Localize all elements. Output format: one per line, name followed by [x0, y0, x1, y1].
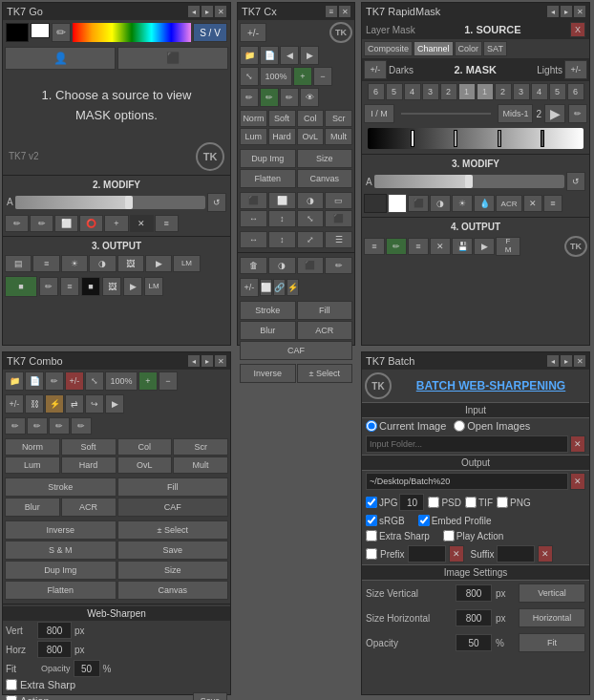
rm-num-6r[interactable]: 6	[567, 83, 584, 100]
out-image[interactable]: 🖼	[102, 277, 121, 296]
png-check[interactable]	[497, 497, 508, 508]
rm-num-4r[interactable]: 4	[531, 83, 548, 100]
combo-vert-input[interactable]	[37, 622, 72, 639]
out-photo[interactable]: 🖼	[117, 255, 144, 272]
cx-brush1[interactable]: ✏	[240, 88, 259, 107]
cx-pm[interactable]: +/-	[240, 278, 259, 297]
batch-input-folder[interactable]	[366, 435, 568, 453]
combo-plus-select[interactable]: ± Select	[117, 520, 229, 540]
rm-num-5l[interactable]: 5	[386, 83, 403, 100]
cx-plus[interactable]: +	[293, 67, 312, 86]
rm-mids-arrow[interactable]: ▶	[544, 104, 565, 123]
combo-flatten[interactable]: Flatten	[5, 581, 117, 600]
rm-out3[interactable]: ≡	[408, 238, 429, 255]
cx-icon1[interactable]: ⬛	[240, 192, 267, 209]
embed-profile-check[interactable]	[418, 515, 430, 526]
tif-check[interactable]	[465, 497, 477, 508]
cx-icon2[interactable]: ⬜	[268, 192, 296, 209]
combo-scr[interactable]: Scr	[173, 438, 228, 456]
cx-icon12[interactable]: ☰	[325, 231, 352, 248]
cx-stroke[interactable]: Stroke	[240, 301, 296, 320]
rm-num-2r[interactable]: 2	[495, 83, 512, 100]
cx-minus[interactable]: −	[313, 67, 332, 86]
modify-reset-btn[interactable]: ↺	[207, 193, 226, 212]
combo-swap[interactable]: ⇄	[65, 394, 84, 414]
psd-check[interactable]	[428, 497, 439, 508]
cx-norm[interactable]: Norm	[240, 110, 267, 127]
cx-blur[interactable]: Blur	[240, 321, 296, 340]
cx-expand[interactable]: ⤡	[240, 67, 259, 86]
batch-horizontal-btn[interactable]: Horizontal	[519, 608, 585, 627]
panel-batch-close[interactable]: ✕	[574, 355, 585, 367]
cx-icon5[interactable]: ↔	[240, 210, 267, 227]
rm-tool3[interactable]: ☀	[452, 195, 473, 212]
combo-arrow[interactable]: ▶	[105, 394, 124, 414]
rm-plus-minus2[interactable]: +/-	[564, 60, 587, 79]
combo-lum[interactable]: Lum	[5, 456, 60, 474]
panel-rapid-close[interactable]: ✕	[574, 6, 585, 17]
rm-out1[interactable]: ≡	[364, 238, 385, 255]
out-levels[interactable]: ▤	[5, 255, 32, 272]
rm-x-btn[interactable]: X	[570, 22, 585, 37]
rm-out-arrow[interactable]: ▶	[474, 238, 495, 255]
cx-icon3[interactable]: ◑	[297, 192, 325, 209]
out-sun[interactable]: ☀	[61, 255, 88, 272]
rm-fm-btn[interactable]: FM	[496, 237, 520, 256]
tool-expand[interactable]: +	[104, 215, 128, 232]
batch-output-folder[interactable]	[366, 473, 568, 490]
cx-icon8[interactable]: ⬛	[325, 210, 352, 227]
combo-chain[interactable]: ⛓	[25, 394, 44, 414]
cx-link[interactable]: 🔗	[273, 279, 286, 296]
rm-num-6l[interactable]: 6	[368, 83, 385, 100]
combo-percent[interactable]: 100%	[105, 371, 138, 391]
cx-caf[interactable]: CAF	[240, 341, 352, 360]
cx-ovl[interactable]: OvL	[297, 128, 325, 145]
srgb-check[interactable]	[366, 515, 377, 526]
out-lm[interactable]: LM	[173, 255, 200, 272]
combo-action-check[interactable]	[6, 695, 17, 700]
combo-redo[interactable]: ↪	[85, 394, 104, 414]
jpg-value[interactable]	[399, 494, 424, 511]
cx-canvas[interactable]: Canvas	[297, 169, 353, 188]
combo-save1[interactable]: Save	[117, 541, 229, 560]
batch-input-x[interactable]: ✕	[570, 435, 585, 453]
rm-im-btn[interactable]: I / M	[364, 104, 394, 123]
open-images-radio[interactable]	[454, 420, 465, 432]
batch-fit-btn[interactable]: Fit	[519, 633, 585, 652]
cx-doc[interactable]: 📄	[260, 46, 279, 65]
cx-icon6[interactable]: ↕	[268, 210, 296, 227]
suffix-input[interactable]	[497, 545, 535, 562]
combo-stroke[interactable]: Stroke	[5, 477, 117, 497]
combo-fill[interactable]: Fill	[117, 477, 229, 497]
rm-num-1l[interactable]: 1	[458, 83, 476, 100]
rm-tool2[interactable]: ◑	[430, 195, 451, 212]
combo-caf[interactable]: CAF	[117, 498, 229, 517]
combo-norm[interactable]: Norm	[5, 438, 60, 456]
rm-pencil[interactable]: ✏	[568, 104, 587, 123]
combo-extra-sharp-check[interactable]	[6, 679, 17, 690]
combo-blur[interactable]: Blur	[5, 498, 60, 517]
panel-rapid-arrow-right[interactable]: ▸	[561, 6, 572, 17]
rm-tool1[interactable]: ⬛	[408, 195, 429, 212]
combo-canvas[interactable]: Canvas	[117, 581, 229, 600]
combo-hard[interactable]: Hard	[61, 456, 117, 474]
cx-hard[interactable]: Hard	[268, 128, 296, 145]
combo-inverse[interactable]: Inverse	[5, 520, 117, 540]
combo-brush[interactable]: ✏	[45, 371, 64, 391]
cx-scr[interactable]: Scr	[325, 110, 352, 127]
cx-percent[interactable]: 100%	[260, 67, 292, 86]
extra-sharp-check[interactable]	[366, 530, 377, 541]
cx-flatten[interactable]: Flatten	[240, 169, 296, 188]
combo-tool4[interactable]: ✏	[71, 417, 92, 435]
cx-inverse[interactable]: Inverse	[240, 364, 296, 383]
cx-icon11[interactable]: ⤢	[297, 231, 325, 248]
combo-sm[interactable]: S & M	[5, 541, 117, 560]
cx-icon10[interactable]: ↕	[268, 231, 296, 248]
tab-composite[interactable]: Composite	[364, 41, 413, 56]
tab-channel[interactable]: Channel	[414, 41, 454, 56]
cx-icon7[interactable]: ⤡	[297, 210, 325, 227]
rm-mids-btn[interactable]: Mids-1	[498, 104, 533, 123]
combo-save-btn[interactable]: Save	[193, 692, 227, 700]
rm-gradient-slider[interactable]	[368, 128, 583, 149]
rm-num-4l[interactable]: 4	[404, 83, 421, 100]
